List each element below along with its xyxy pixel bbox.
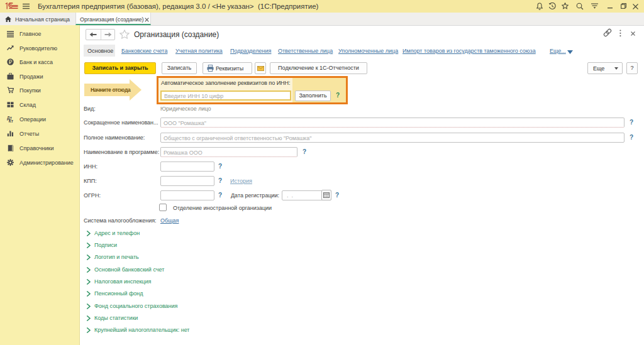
svg-text:Кт: Кт	[9, 119, 13, 123]
